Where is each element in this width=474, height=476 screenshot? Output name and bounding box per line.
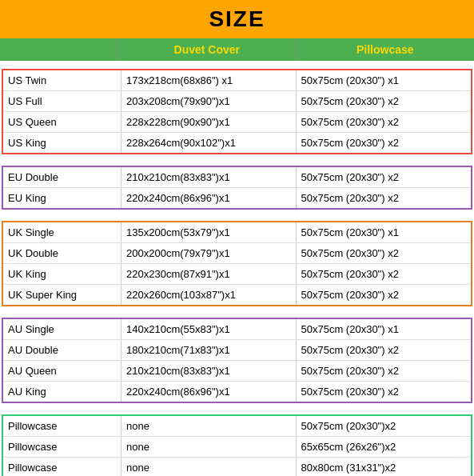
size-name: US King [3,133,121,153]
duvet-size: 210x210cm(83x83")x1 [121,361,297,381]
header-col1 [0,38,118,61]
pillow-size: 50x75cm (20x30") x2 [297,112,472,132]
size-name: UK King [3,264,121,284]
duvet-size: 220x260cm(103x87")x1 [121,285,297,305]
pillow-size: 50x75cm (20x30") x1 [297,70,472,90]
pillow-size: 50x75cm (20x30") x2 [297,285,472,305]
duvet-size: 220x240cm(86x96")x1 [121,188,297,208]
section-uk: UK Single135x200cm(53x79")x150x75cm (20x… [2,221,472,306]
title-bar: SIZE [0,0,474,38]
size-name: AU Single [3,319,121,339]
size-name: AU Double [3,340,121,360]
duvet-size: 135x200cm(53x79")x1 [121,222,297,242]
size-name: Pillowcase [3,458,121,476]
table-row: US King228x264cm(90x102")x150x75cm (20x3… [3,133,471,153]
table-row: EU King220x240cm(86x96")x150x75cm (20x30… [3,188,471,208]
table-row: US Twin173x218cm(68x86") x150x75cm (20x3… [3,70,471,91]
header-col3: Pillowcase [297,38,475,61]
pillow-size: 50x75cm (20x30") x2 [297,264,472,284]
pillow-size: 50x75cm (20x30") x2 [297,133,472,153]
table-row: UK Super King220x260cm(103x87")x150x75cm… [3,285,471,305]
table-row: US Queen228x228cm(90x90")x150x75cm (20x3… [3,112,471,133]
size-name: UK Super King [3,285,121,305]
table-row: Pillowcasenone80x80cm (31x31")x2 [3,458,471,476]
pillow-size: 50x75cm (20x30") x2 [297,340,472,360]
sections-container: US Twin173x218cm(68x86") x150x75cm (20x3… [0,61,474,476]
duvet-size: 140x210cm(55x83")x1 [121,319,297,339]
duvet-size: 200x200cm(79x79")x1 [121,243,297,263]
header-col2: Duvet Cover [118,38,297,61]
duvet-size: none [121,416,297,436]
table-row: UK Double200x200cm(79x79")x150x75cm (20x… [3,243,471,264]
table-row: EU Double210x210cm(83x83")x150x75cm (20x… [3,167,471,188]
pillow-size: 50x75cm (20x30") x2 [297,167,472,187]
header-row: Duvet Cover Pillowcase [0,38,474,61]
duvet-size: none [121,458,297,476]
duvet-size: 210x210cm(83x83")x1 [121,167,297,187]
section-pc: Pillowcasenone50x75cm (20x30")x2Pillowca… [2,414,472,476]
table-row: AU King220x240cm(86x96")x150x75cm (20x30… [3,382,471,402]
duvet-size: 228x228cm(90x90")x1 [121,112,297,132]
size-name: AU Queen [3,361,121,381]
pillow-size: 50x75cm (20x30") x1 [297,222,472,242]
duvet-size: 203x208cm(79x90")x1 [121,91,297,111]
pillow-size: 50x75cm (20x30") x2 [297,243,472,263]
section-eu: EU Double210x210cm(83x83")x150x75cm (20x… [2,166,472,210]
pillow-size: 50x75cm (20x30")x2 [297,416,472,436]
table-row: US Full203x208cm(79x90")x150x75cm (20x30… [3,91,471,112]
duvet-size: none [121,437,297,457]
table-row: AU Single140x210cm(55x83")x150x75cm (20x… [3,319,471,340]
table-row: UK Single135x200cm(53x79")x150x75cm (20x… [3,222,471,243]
pillow-size: 65x65cm (26x26")x2 [297,437,472,457]
pillow-size: 50x75cm (20x30") x1 [297,319,472,339]
table-row: AU Queen210x210cm(83x83")x150x75cm (20x3… [3,361,471,382]
duvet-size: 220x230cm(87x91")x1 [121,264,297,284]
size-name: Pillowcase [3,437,121,457]
size-name: EU King [3,188,121,208]
pillow-size: 50x75cm (20x30") x2 [297,382,472,402]
size-name: EU Double [3,167,121,187]
pillow-size: 50x75cm (20x30") x2 [297,361,472,381]
size-name: Pillowcase [3,416,121,436]
section-au: AU Single140x210cm(55x83")x150x75cm (20x… [2,318,472,403]
table-row: AU Double180x210cm(71x83")x150x75cm (20x… [3,340,471,361]
size-name: AU King [3,382,121,402]
duvet-size: 180x210cm(71x83")x1 [121,340,297,360]
size-name: US Twin [3,70,121,90]
size-name: UK Double [3,243,121,263]
pillow-size: 50x75cm (20x30") x2 [297,91,472,111]
duvet-size: 173x218cm(68x86") x1 [121,70,297,90]
pillow-size: 80x80cm (31x31")x2 [297,458,472,476]
size-name: US Full [3,91,121,111]
size-name: US Queen [3,112,121,132]
pillow-size: 50x75cm (20x30") x2 [297,188,472,208]
table-row: Pillowcasenone65x65cm (26x26")x2 [3,437,471,458]
section-us: US Twin173x218cm(68x86") x150x75cm (20x3… [2,69,472,154]
duvet-size: 228x264cm(90x102")x1 [121,133,297,153]
page-title: SIZE [209,6,265,31]
table-row: UK King220x230cm(87x91")x150x75cm (20x30… [3,264,471,285]
size-name: UK Single [3,222,121,242]
duvet-size: 220x240cm(86x96")x1 [121,382,297,402]
table-row: Pillowcasenone50x75cm (20x30")x2 [3,416,471,437]
